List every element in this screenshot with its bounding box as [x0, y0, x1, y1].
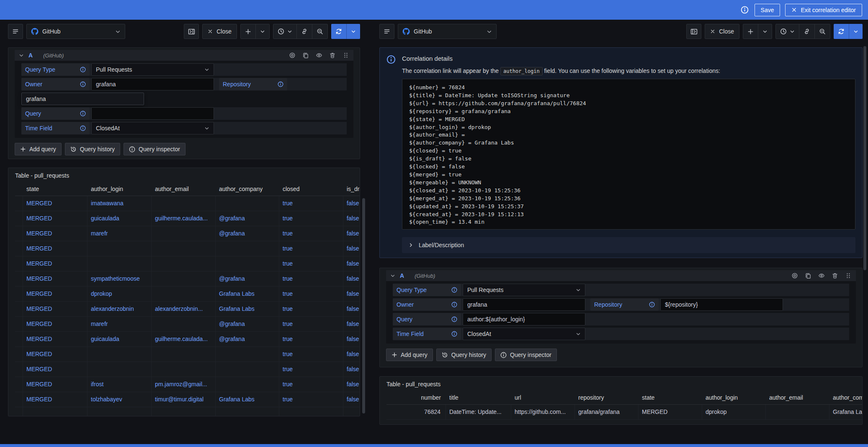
query-row-header[interactable]: A (GitHub): [386, 270, 856, 281]
column-header[interactable]: author_login: [88, 183, 152, 196]
info-icon[interactable]: [80, 111, 86, 116]
query-history-button[interactable]: Query history: [65, 143, 120, 155]
table-cell[interactable]: MERGED: [23, 211, 88, 226]
table-cell[interactable]: true: [279, 196, 343, 211]
table-cell[interactable]: MERGED: [23, 196, 88, 211]
table-cell[interactable]: MERGED: [23, 287, 88, 302]
column-header[interactable]: state: [639, 391, 702, 405]
table-cell[interactable]: marefr: [88, 226, 152, 241]
table-cell[interactable]: false: [343, 317, 360, 332]
query-row-header[interactable]: A (GitHub): [15, 50, 353, 61]
time-picker-button[interactable]: [273, 24, 296, 39]
table-cell[interactable]: pm.jamroz@gmail...: [152, 377, 216, 392]
table-cell[interactable]: guicaulada: [88, 211, 152, 226]
table-cell[interactable]: imatwawana: [88, 196, 152, 211]
table-cell[interactable]: false: [343, 241, 360, 256]
query-inspector-button[interactable]: Query inspector: [495, 349, 557, 361]
move-panel-button[interactable]: [686, 24, 701, 39]
table-cell[interactable]: false: [343, 196, 360, 211]
duplicate-query-icon[interactable]: [302, 52, 309, 59]
query-history-button[interactable]: Query history: [436, 349, 492, 361]
add-query-button[interactable]: Add query: [386, 349, 433, 361]
label-description-collapse[interactable]: Label/Description: [402, 237, 855, 253]
table-cell[interactable]: guicaulada: [88, 332, 152, 347]
table-cell[interactable]: false: [343, 287, 360, 302]
table-cell[interactable]: Grafana Labs: [216, 392, 279, 407]
table-cell[interactable]: MERGED: [23, 241, 88, 256]
table-cell[interactable]: true: [279, 317, 343, 332]
table-cell[interactable]: MERGED: [23, 392, 88, 407]
table-cell[interactable]: true: [279, 287, 343, 302]
table-cell[interactable]: true: [279, 347, 343, 362]
table-cell[interactable]: timur@timur.digital: [152, 392, 216, 407]
exit-correlation-editor-button[interactable]: Exit correlation editor: [785, 4, 862, 16]
table-cell[interactable]: alexanderzobnin...: [152, 302, 216, 317]
query-inspector-button[interactable]: Query inspector: [124, 143, 185, 155]
hide-query-icon[interactable]: [316, 52, 322, 59]
table-cell[interactable]: true: [279, 332, 343, 347]
add-query-button[interactable]: Add query: [15, 143, 62, 155]
zoom-out-button[interactable]: [312, 24, 327, 39]
refresh-dropdown-toggle[interactable]: [849, 24, 863, 39]
column-header[interactable]: is_dra: [343, 183, 360, 196]
table-cell[interactable]: false: [343, 271, 360, 287]
query-input[interactable]: [91, 107, 214, 120]
column-header[interactable]: title: [446, 391, 511, 405]
datasource-picker[interactable]: GitHub: [398, 24, 497, 39]
table-cell[interactable]: @grafana: [216, 271, 279, 287]
table-cell[interactable]: false: [343, 377, 360, 392]
save-button[interactable]: Save: [755, 4, 780, 16]
table-cell[interactable]: alexanderzobnin: [88, 302, 152, 317]
zoom-out-button[interactable]: [814, 24, 830, 39]
info-icon[interactable]: [80, 125, 86, 131]
table-cell[interactable]: Grafana Labs: [216, 302, 279, 317]
close-panel-button[interactable]: Close: [705, 24, 739, 39]
query-type-select[interactable]: Pull Requests: [463, 284, 585, 296]
info-icon[interactable]: [451, 302, 457, 307]
info-icon[interactable]: [451, 331, 457, 337]
table-cell[interactable]: false: [343, 332, 360, 347]
column-header[interactable]: author_com: [829, 391, 862, 405]
drag-handle-icon[interactable]: [845, 272, 852, 279]
repository-suggestion-option[interactable]: grafana: [21, 93, 144, 105]
table-cell[interactable]: MERGED: [23, 226, 88, 241]
table-cell[interactable]: sympatheticmoose: [88, 271, 152, 287]
column-header[interactable]: author_email: [766, 391, 829, 405]
add-dropdown-toggle[interactable]: [758, 24, 772, 39]
table-cell[interactable]: MERGED: [23, 256, 88, 271]
table-cell[interactable]: ifrost: [88, 377, 152, 392]
table-cell[interactable]: MERGED: [23, 302, 88, 317]
column-header[interactable]: url: [511, 391, 575, 405]
right-pane-scrollbar[interactable]: [863, 46, 866, 270]
close-panel-button[interactable]: Close: [202, 24, 237, 39]
remove-query-icon[interactable]: [329, 52, 336, 59]
table-cell[interactable]: true: [279, 302, 343, 317]
table-cell[interactable]: false: [343, 256, 360, 271]
column-header[interactable]: number: [386, 391, 446, 405]
table-cell[interactable]: true: [279, 392, 343, 407]
copy-link-button[interactable]: [799, 24, 814, 39]
info-icon[interactable]: [451, 287, 457, 293]
column-header[interactable]: repository: [575, 391, 639, 405]
time-field-select[interactable]: ClosedAt: [463, 328, 585, 340]
table-cell[interactable]: true: [279, 211, 343, 226]
table-cell[interactable]: true: [279, 271, 343, 287]
table-cell[interactable]: MERGED: [23, 377, 88, 392]
owner-input[interactable]: [91, 78, 214, 90]
query-input[interactable]: [463, 313, 585, 326]
datasource-picker[interactable]: GitHub: [26, 24, 125, 39]
table-cell[interactable]: marefr: [88, 317, 152, 332]
add-button[interactable]: [743, 24, 758, 39]
time-picker-button[interactable]: [776, 24, 799, 39]
help-icon[interactable]: [791, 272, 798, 279]
table-cell[interactable]: false: [343, 347, 360, 362]
column-header[interactable]: author_login: [702, 391, 766, 405]
column-header[interactable]: closed: [279, 183, 343, 196]
table-cell[interactable]: guilherme.caulada...: [152, 332, 216, 347]
table-cell[interactable]: false: [343, 362, 360, 377]
table-cell[interactable]: true: [279, 226, 343, 241]
table-cell[interactable]: MERGED: [23, 362, 88, 377]
drag-handle-icon[interactable]: [343, 52, 349, 59]
column-header[interactable]: author_company: [216, 183, 279, 196]
column-header[interactable]: author_email: [152, 183, 216, 196]
